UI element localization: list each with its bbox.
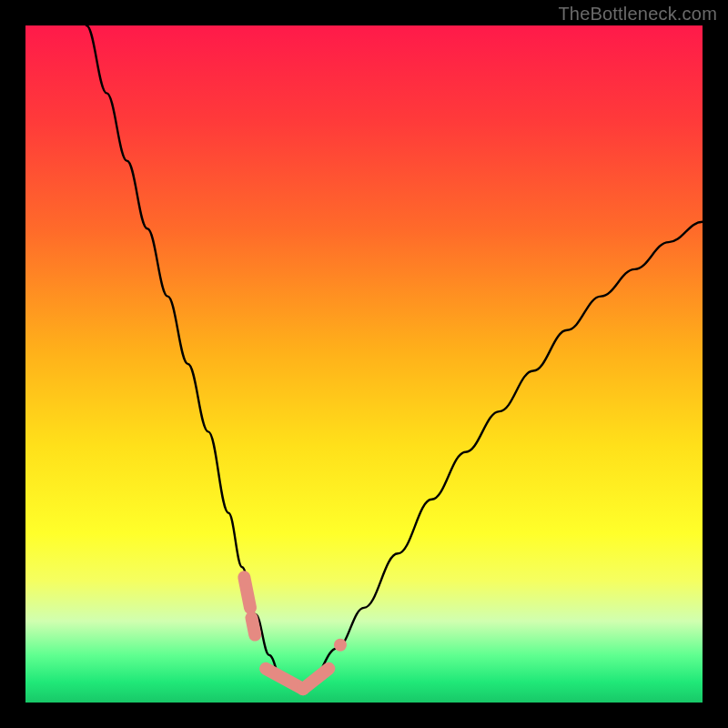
marker-dot (334, 639, 347, 652)
watermark-text: TheBottleneck.com (558, 4, 717, 25)
bottleneck-chart (25, 25, 703, 703)
outer-frame: TheBottleneck.com (0, 0, 728, 728)
marker-segment (244, 577, 250, 607)
gradient-background (25, 25, 703, 703)
marker-segment (251, 618, 255, 635)
plot-area (25, 25, 703, 703)
